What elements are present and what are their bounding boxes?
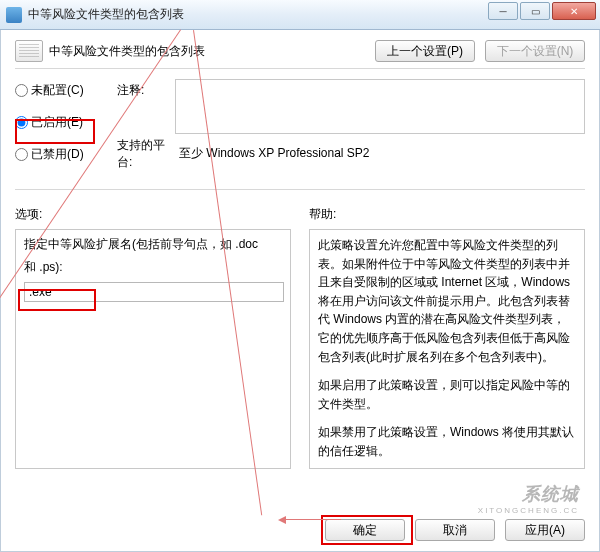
apply-button[interactable]: 应用(A): [505, 519, 585, 541]
annotation-arrowhead-3: [278, 516, 286, 524]
comment-label: 注释:: [117, 79, 175, 101]
platform-value: 至少 Windows XP Professional SP2: [175, 145, 585, 162]
panes-row: 选项: 指定中等风险扩展名(包括前导句点，如 .doc 和 .ps): 帮助: …: [15, 206, 585, 469]
policy-title: 中等风险文件类型的包含列表: [49, 43, 205, 60]
watermark: 系统城 XITONGCHENG.CC: [478, 482, 579, 515]
platform-label: 支持的平台:: [117, 143, 175, 165]
help-label: 帮助:: [309, 206, 585, 223]
radio-not-configured-label: 未配置(C): [31, 82, 84, 99]
radio-disabled-input[interactable]: [15, 148, 28, 161]
app-icon: [6, 7, 22, 23]
dialog-content: 中等风险文件类型的包含列表 上一个设置(P) 下一个设置(N) 未配置(C) 已…: [0, 30, 600, 552]
watermark-text: 系统城: [478, 482, 579, 506]
help-p2: 如果启用了此策略设置，则可以指定风险中等的文件类型。: [318, 376, 576, 413]
window-controls: ─ ▭ ✕: [488, 2, 596, 20]
prev-setting-button[interactable]: 上一个设置(P): [375, 40, 475, 62]
annotation-box-enabled: [15, 119, 95, 144]
radio-not-configured-input[interactable]: [15, 84, 28, 97]
cancel-button[interactable]: 取消: [415, 519, 495, 541]
divider-2: [15, 189, 585, 190]
help-p1: 此策略设置允许您配置中等风险文件类型的列表。如果附件位于中等风险文件类型的列表中…: [318, 236, 576, 366]
comment-textarea[interactable]: [175, 79, 585, 134]
config-row: 未配置(C) 已启用(E) 已禁用(D) 注释: 支持的平台: 至少 Windo…: [15, 79, 585, 175]
close-button[interactable]: ✕: [552, 2, 596, 20]
window-title: 中等风险文件类型的包含列表: [28, 6, 184, 23]
options-pane: 指定中等风险扩展名(包括前导句点，如 .doc 和 .ps):: [15, 229, 291, 469]
help-pane: 此策略设置允许您配置中等风险文件类型的列表。如果附件位于中等风险文件类型的列表中…: [309, 229, 585, 469]
policy-icon: [15, 40, 43, 62]
help-p3: 如果禁用了此策略设置，Windows 将使用其默认的信任逻辑。: [318, 423, 576, 460]
annotation-box-extension: [18, 289, 96, 311]
divider: [15, 68, 585, 69]
watermark-url: XITONGCHENG.CC: [478, 506, 579, 515]
header-row: 中等风险文件类型的包含列表 上一个设置(P) 下一个设置(N): [15, 40, 585, 62]
title-bar: 中等风险文件类型的包含列表 ─ ▭ ✕: [0, 0, 600, 30]
radio-not-configured[interactable]: 未配置(C): [15, 79, 111, 101]
options-desc-2: 和 .ps):: [24, 259, 282, 276]
options-desc-1: 指定中等风险扩展名(包括前导句点，如 .doc: [24, 236, 282, 253]
radio-disabled[interactable]: 已禁用(D): [15, 143, 111, 165]
minimize-button[interactable]: ─: [488, 2, 518, 20]
annotation-box-ok: [321, 515, 413, 545]
radio-disabled-label: 已禁用(D): [31, 146, 84, 163]
options-label: 选项:: [15, 206, 291, 223]
maximize-button[interactable]: ▭: [520, 2, 550, 20]
next-setting-button[interactable]: 下一个设置(N): [485, 40, 585, 62]
